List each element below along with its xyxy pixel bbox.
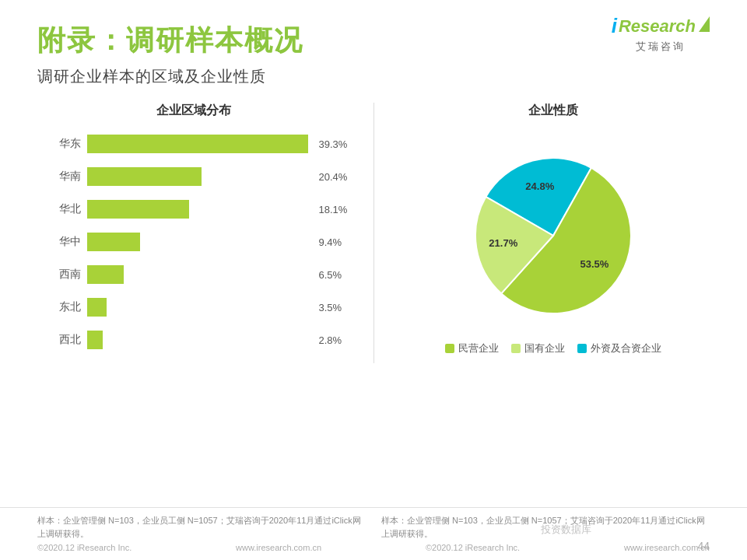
pie-chart-title: 企业性质 [528, 103, 578, 119]
footer-copyright-right: ©2020.12 iResearch Inc. [426, 543, 520, 552]
bar-label: 华北 [53, 202, 81, 216]
legend-label: 外资及合资企业 [591, 341, 661, 355]
bar-row: 华北18.1% [53, 200, 350, 219]
footer-note-left: 样本：企业管理侧 N=103，企业员工侧 N=1057；艾瑞咨询于2020年11… [37, 514, 366, 540]
pie-container: 24.8%53.5%21.7% [460, 142, 647, 329]
bar-fill [87, 167, 202, 186]
legend-label: 国有企业 [524, 341, 565, 355]
bar-chart-section: 企业区域分布 华东39.3%华南20.4%华北18.1%华中9.4%西南6.5%… [37, 103, 350, 363]
bar-label: 华南 [53, 170, 81, 184]
legend-color-dot [577, 344, 587, 353]
bar-value: 9.4% [319, 236, 350, 248]
logo-i: i [612, 14, 617, 38]
pie-label: 21.7% [489, 237, 518, 249]
pie-label: 53.5% [580, 258, 609, 270]
logo-research: Research [619, 16, 696, 37]
bar-value: 2.8% [319, 334, 350, 346]
bar-label: 东北 [53, 300, 81, 314]
bar-row: 华东39.3% [53, 135, 350, 153]
bar-label: 华东 [53, 137, 81, 151]
bar-row: 华南20.4% [53, 167, 350, 186]
pie-svg: 24.8%53.5%21.7% [460, 142, 647, 329]
bar-value: 3.5% [319, 302, 350, 313]
bar-row: 华中9.4% [53, 233, 350, 251]
bar-value: 20.4% [319, 171, 350, 183]
bar-fill [87, 233, 140, 251]
bar-value: 39.3% [319, 138, 350, 150]
bar-fill [87, 298, 107, 317]
bar-row: 西南6.5% [53, 265, 350, 284]
pie-label: 24.8% [526, 180, 555, 192]
bar-fill [87, 200, 189, 219]
page-number: 44 [697, 540, 710, 552]
bar-container [87, 167, 308, 186]
bar-row: 东北3.5% [53, 298, 350, 317]
footer-url-center: www.iresearch.com.cn [236, 543, 321, 552]
legend-color-dot [445, 344, 454, 353]
bar-label: 西北 [53, 333, 81, 347]
pie-legend: 民营企业国有企业外资及合资企业 [445, 341, 661, 355]
logo-triangle-icon [699, 16, 710, 32]
bar-container [87, 135, 308, 153]
legend-item: 国有企业 [511, 341, 565, 355]
bar-fill [87, 265, 124, 284]
legend-item: 民营企业 [445, 341, 499, 355]
logo-cn: 艾瑞咨询 [612, 40, 710, 54]
bar-container [87, 233, 308, 251]
bar-chart: 华东39.3%华南20.4%华北18.1%华中9.4%西南6.5%东北3.5%西… [37, 135, 350, 349]
bar-container [87, 331, 308, 349]
footer-copyright-left: ©2020.12 iResearch Inc. [37, 543, 132, 552]
bar-value: 18.1% [319, 204, 350, 215]
footer: 样本：企业管理侧 N=103，企业员工侧 N=1057；艾瑞咨询于2020年11… [0, 507, 747, 560]
bar-chart-title: 企业区域分布 [37, 103, 350, 119]
section-divider [374, 103, 374, 363]
bar-value: 6.5% [319, 269, 350, 281]
bar-label: 华中 [53, 235, 81, 249]
bar-label: 西南 [53, 268, 81, 282]
bar-container [87, 298, 308, 317]
logo: i Research 艾瑞咨询 [612, 14, 710, 54]
content-area: 企业区域分布 华东39.3%华南20.4%华北18.1%华中9.4%西南6.5%… [0, 95, 747, 363]
bar-row: 西北2.8% [53, 331, 350, 349]
bar-fill [87, 331, 103, 349]
legend-color-dot [511, 344, 521, 353]
bar-container [87, 200, 308, 219]
bar-container [87, 265, 308, 284]
bar-fill [87, 135, 308, 153]
sub-title: 调研企业样本的区域及企业性质 [37, 66, 710, 87]
watermark: 投资数据库 [541, 523, 591, 537]
legend-item: 外资及合资企业 [577, 341, 661, 355]
main-title: 附录：调研样本概况 [37, 22, 710, 60]
pie-chart-section: 企业性质 24.8%53.5%21.7% 民营企业国有企业外资及合资企业 [398, 103, 710, 363]
legend-label: 民营企业 [458, 341, 499, 355]
